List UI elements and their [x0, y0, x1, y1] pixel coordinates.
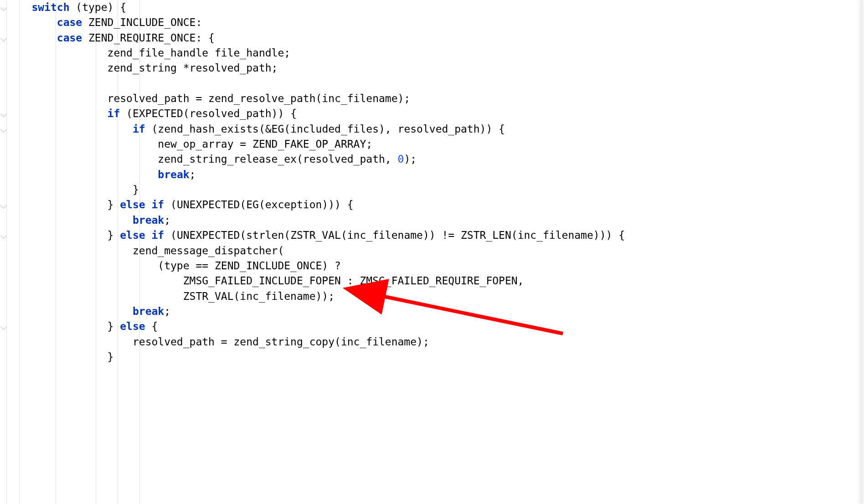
- text-token: }: [6, 199, 120, 211]
- code-line[interactable]: case ZEND_INCLUDE_ONCE:: [6, 15, 865, 30]
- code-line[interactable]: zend_message_dispatcher(: [6, 243, 865, 258]
- text-token: [6, 123, 133, 135]
- text-token: (EXPECTED(resolved_path)) {: [120, 108, 297, 119]
- text-token: }: [6, 351, 113, 363]
- code-line[interactable]: new_op_array = ZEND_FAKE_OP_ARRAY;: [6, 137, 865, 152]
- scrollbar-thumb[interactable]: [860, 0, 864, 504]
- keyword-token: switch: [31, 1, 69, 13]
- text-token: ZEND_INCLUDE_ONCE:: [82, 16, 202, 28]
- keyword-token: else if: [120, 229, 164, 241]
- code-line[interactable]: zend_string_release_ex(resolved_path, 0)…: [6, 152, 865, 167]
- text-token: (zend_hash_exists(&EG(included_files), r…: [145, 123, 505, 135]
- fold-toggle-icon[interactable]: [0, 202, 7, 208]
- text-token: ;: [190, 169, 196, 180]
- code-line[interactable]: resolved_path = zend_resolve_path(inc_fi…: [6, 91, 865, 106]
- code-line[interactable]: (type == ZEND_INCLUDE_ONCE) ?: [6, 258, 865, 273]
- code-line[interactable]: break;: [6, 167, 865, 182]
- code-line[interactable]: zend_string *resolved_path;: [6, 61, 865, 76]
- keyword-token: else: [120, 320, 145, 332]
- fold-toggle-icon[interactable]: [0, 126, 7, 133]
- text-token: [6, 16, 57, 28]
- code-line[interactable]: zend_file_handle file_handle;: [6, 46, 865, 61]
- code-line[interactable]: } else {: [6, 319, 865, 334]
- text-token: new_op_array = ZEND_FAKE_OP_ARRAY;: [6, 138, 372, 150]
- keyword-token: case: [57, 16, 82, 28]
- text-token: (type) {: [69, 1, 126, 13]
- vertical-scrollbar[interactable]: [858, 0, 865, 504]
- text-token: }: [6, 320, 120, 332]
- code-line[interactable]: }: [6, 350, 865, 365]
- text-token: [6, 108, 108, 119]
- text-token: ZEND_REQUIRE_ONCE: {: [82, 32, 215, 44]
- code-line[interactable]: [6, 76, 865, 91]
- code-line[interactable]: resolved_path = zend_string_copy(inc_fil…: [6, 334, 865, 350]
- text-token: [6, 214, 133, 226]
- code-line[interactable]: case ZEND_REQUIRE_ONCE: {: [6, 31, 865, 46]
- text-token: [6, 1, 31, 13]
- keyword-token: if: [133, 123, 145, 135]
- fold-toggle-icon[interactable]: [0, 5, 7, 11]
- code-line[interactable]: ZSTR_VAL(inc_filename));: [6, 289, 865, 304]
- code-line[interactable]: }: [6, 182, 865, 197]
- text-token: [6, 169, 158, 180]
- text-token: zend_string *resolved_path;: [6, 62, 278, 74]
- code-line[interactable]: ZMSG_FAILED_INCLUDE_FOPEN : ZMSG_FAILED_…: [6, 273, 865, 288]
- code-line[interactable]: break;: [6, 213, 865, 228]
- code-line[interactable]: break;: [6, 304, 865, 319]
- text-token: [6, 305, 133, 317]
- fold-toggle-icon[interactable]: [0, 324, 7, 330]
- code-line[interactable]: switch (type) {: [6, 0, 865, 15]
- keyword-token: break: [158, 169, 189, 180]
- text-token: }: [6, 229, 120, 241]
- keyword-token: case: [57, 32, 82, 44]
- text-token: zend_message_dispatcher(: [6, 245, 284, 257]
- fold-toggle-icon[interactable]: [0, 35, 7, 41]
- text-token: zend_file_handle file_handle;: [6, 47, 290, 59]
- text-token: resolved_path = zend_resolve_path(inc_fi…: [6, 93, 410, 104]
- keyword-token: break: [133, 214, 164, 226]
- text-token: zend_string_release_ex(resolved_path,: [6, 153, 398, 165]
- text-token: );: [404, 153, 417, 165]
- gutter: [0, 0, 7, 504]
- text-token: (type == ZEND_INCLUDE_ONCE) ?: [6, 260, 341, 272]
- code-area[interactable]: switch (type) { case ZEND_INCLUDE_ONCE: …: [6, 0, 865, 504]
- current-line-highlight: [6, 365, 865, 380]
- code-line[interactable]: } else if (UNEXPECTED(EG(exception))) {: [6, 197, 865, 212]
- keyword-token: if: [108, 108, 120, 119]
- code-line[interactable]: if (EXPECTED(resolved_path)) {: [6, 106, 865, 121]
- code-editor[interactable]: switch (type) { case ZEND_INCLUDE_ONCE: …: [0, 0, 865, 504]
- keyword-token: else if: [120, 199, 164, 211]
- number-token: 0: [398, 153, 404, 165]
- code-line[interactable]: } else if (UNEXPECTED(strlen(ZSTR_VAL(in…: [6, 228, 865, 243]
- fold-toggle-icon[interactable]: [0, 111, 7, 117]
- text-token: ZSTR_VAL(inc_filename));: [6, 290, 335, 302]
- code-line[interactable]: if (zend_hash_exists(&EG(included_files)…: [6, 122, 865, 137]
- keyword-token: break: [133, 305, 164, 317]
- text-token: ;: [164, 305, 170, 317]
- text-token: resolved_path = zend_string_copy(inc_fil…: [6, 336, 429, 348]
- fold-toggle-icon[interactable]: [0, 232, 7, 239]
- text-token: (UNEXPECTED(strlen(ZSTR_VAL(inc_filename…: [164, 229, 625, 241]
- text-token: {: [145, 320, 158, 332]
- text-token: ZMSG_FAILED_INCLUDE_FOPEN : ZMSG_FAILED_…: [6, 275, 524, 287]
- text-token: (UNEXPECTED(EG(exception))) {: [164, 199, 353, 211]
- text-token: }: [6, 184, 139, 195]
- text-token: ;: [164, 214, 170, 226]
- text-token: [6, 32, 57, 44]
